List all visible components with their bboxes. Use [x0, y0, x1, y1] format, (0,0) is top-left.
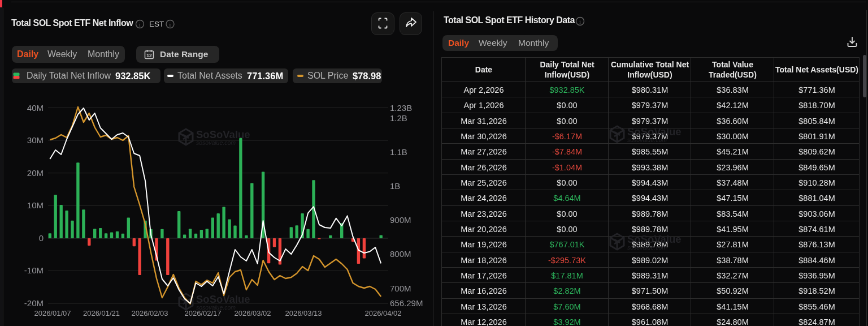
svg-text:2026/04/02: 2026/04/02	[364, 309, 401, 318]
svg-text:i: i	[579, 19, 581, 25]
svg-text:40M: 40M	[27, 103, 44, 113]
svg-text:1.2B: 1.2B	[390, 113, 407, 123]
svg-text:-20M: -20M	[24, 298, 44, 308]
svg-text:2026/01/07: 2026/01/07	[34, 309, 71, 318]
svg-text:2026/03/13: 2026/03/13	[285, 309, 322, 318]
svg-text:2026/03/02: 2026/03/02	[234, 309, 271, 318]
svg-text:2026/02/17: 2026/02/17	[184, 309, 221, 318]
svg-text:1.23B: 1.23B	[390, 103, 412, 113]
svg-text:10M: 10M	[27, 200, 44, 210]
svg-text:-10M: -10M	[24, 265, 44, 275]
svg-text:900M: 900M	[390, 215, 411, 225]
svg-text:1B: 1B	[390, 181, 400, 191]
svg-text:800M: 800M	[390, 249, 411, 259]
svg-text:656.29M: 656.29M	[390, 298, 423, 308]
svg-text:20M: 20M	[27, 168, 44, 178]
svg-text:1.1B: 1.1B	[390, 147, 407, 157]
svg-text:700M: 700M	[390, 284, 411, 293]
svg-text:2026/02/03: 2026/02/03	[131, 309, 168, 318]
svg-text:0: 0	[39, 233, 44, 243]
svg-text:2026/01/21: 2026/01/21	[83, 309, 120, 318]
svg-text:30M: 30M	[27, 135, 44, 145]
svg-text:sosovalue.com: sosovalue.com	[196, 139, 236, 146]
